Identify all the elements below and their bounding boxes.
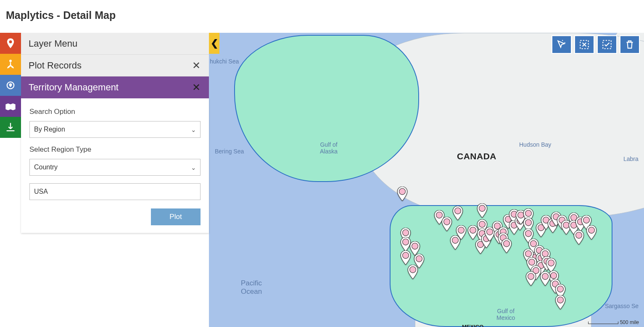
search-option-select[interactable] (29, 121, 201, 138)
region-text-input[interactable] (29, 183, 201, 200)
close-icon[interactable]: ✕ (192, 82, 201, 92)
map-pin[interactable] (525, 272, 536, 286)
trash-icon (624, 39, 635, 50)
plot-button[interactable]: Plot (151, 208, 201, 225)
svg-point-44 (557, 286, 564, 292)
map-pin[interactable] (456, 225, 467, 240)
svg-point-4 (403, 239, 409, 245)
map-pin[interactable] (441, 217, 452, 231)
svg-point-11 (455, 208, 461, 214)
svg-point-31 (525, 210, 532, 216)
svg-point-0 (9, 60, 12, 62)
tool-delete[interactable] (620, 35, 640, 54)
title-bar: Maplytics - Detail Map (0, 0, 644, 33)
svg-point-57 (576, 232, 582, 238)
svg-point-41 (548, 260, 554, 266)
svg-point-2 (399, 188, 406, 195)
territory-title: Territory Management (29, 82, 119, 93)
label-chukchi-sea: hukchi Sea (210, 58, 239, 65)
route-person-icon (5, 58, 16, 70)
label-sargasso: Sargasso Se (605, 303, 639, 309)
search-option-label: Search Option (29, 108, 201, 116)
chevron-left-icon: ❮ (211, 38, 218, 49)
svg-point-25 (504, 240, 510, 247)
workspace: Layer Menu Plot Records ✕ Territory Mana… (0, 33, 644, 327)
deselect-box-icon (579, 39, 590, 50)
svg-point-33 (525, 230, 532, 237)
panel-collapse-handle[interactable]: ❮ (209, 33, 219, 54)
tool-select-box[interactable] (597, 35, 617, 54)
label-mexico: MEXICO (462, 324, 483, 327)
map-pin[interactable] (540, 272, 551, 286)
svg-point-56 (589, 227, 595, 233)
layer-menu-title: Layer Menu (29, 38, 77, 49)
plot-records-title: Plot Records (29, 60, 82, 71)
side-panel: Layer Menu Plot Records ✕ Territory Mana… (21, 33, 209, 327)
region-type-select[interactable] (29, 159, 201, 176)
svg-point-16 (479, 221, 486, 227)
rail-territory[interactable] (0, 96, 21, 117)
svg-point-39 (542, 251, 549, 257)
svg-point-59 (529, 259, 535, 265)
map-pin[interactable] (586, 225, 597, 240)
select-box-icon (602, 39, 612, 50)
map-pin[interactable] (397, 187, 408, 201)
rail-route[interactable] (0, 54, 21, 75)
svg-point-8 (410, 266, 416, 273)
label-labrador: Labra (623, 156, 639, 162)
label-hudson-bay: Hudson Bay (519, 141, 551, 148)
svg-point-10 (444, 219, 450, 225)
map-pin[interactable] (409, 241, 420, 256)
label-gulf-mexico: Gulf of Mexico (496, 308, 515, 321)
svg-point-7 (416, 256, 422, 262)
label-gulf-alaska: Gulf of Alaska (320, 141, 338, 155)
svg-point-42 (551, 272, 557, 279)
map-pin[interactable] (407, 265, 418, 279)
svg-point-14 (470, 227, 476, 233)
map-pin[interactable] (452, 206, 463, 220)
region-type-label: Select Region Type (29, 145, 201, 154)
locate-pin-icon (5, 79, 16, 91)
svg-point-55 (583, 217, 590, 223)
map-pin[interactable] (555, 295, 566, 309)
layer-menu-header[interactable]: Layer Menu (21, 33, 209, 55)
map-pin[interactable] (546, 258, 557, 272)
map-pin[interactable] (501, 239, 512, 253)
plot-records-header[interactable]: Plot Records ✕ (21, 55, 209, 76)
rail-map-pin[interactable] (0, 33, 21, 54)
svg-point-61 (542, 273, 549, 280)
svg-point-45 (557, 297, 564, 303)
label-canada: CANADA (457, 151, 496, 161)
scale-text: 500 mile (620, 319, 639, 325)
svg-point-32 (525, 219, 532, 226)
svg-point-13 (458, 227, 465, 233)
icon-rail (0, 33, 21, 327)
territory-panel-body: Search Option ⌄ Select Region Type ⌄ Plo… (21, 98, 209, 233)
svg-point-5 (403, 252, 409, 258)
svg-point-3 (403, 229, 409, 236)
scale-bar: 500 mile (588, 319, 639, 325)
tool-deselect-box[interactable] (574, 35, 594, 54)
tool-select-cursor[interactable] (552, 35, 572, 54)
map-pin[interactable] (573, 230, 584, 245)
map-pin[interactable] (477, 203, 488, 218)
map-pin-icon (5, 37, 16, 49)
rail-locate[interactable] (0, 75, 21, 96)
label-bering-sea: Bering Sea (215, 148, 244, 155)
svg-point-58 (525, 251, 532, 257)
close-icon[interactable]: ✕ (192, 61, 201, 71)
svg-point-6 (412, 243, 418, 249)
download-icon (5, 121, 16, 133)
map-toolbar (552, 35, 640, 54)
map-canvas[interactable]: CANADA Hudson Bay Labra Gulf of Alaska B… (209, 33, 644, 327)
us-map-icon (5, 100, 16, 112)
territory-header[interactable]: Territory Management ✕ (21, 76, 209, 98)
page-title: Maplytics - Detail Map (6, 9, 644, 21)
label-pacific-ocean: Pacific Ocean (241, 279, 262, 296)
svg-point-15 (479, 205, 486, 211)
svg-point-62 (528, 273, 534, 280)
select-cursor-icon (556, 39, 567, 50)
rail-download[interactable] (0, 117, 21, 138)
